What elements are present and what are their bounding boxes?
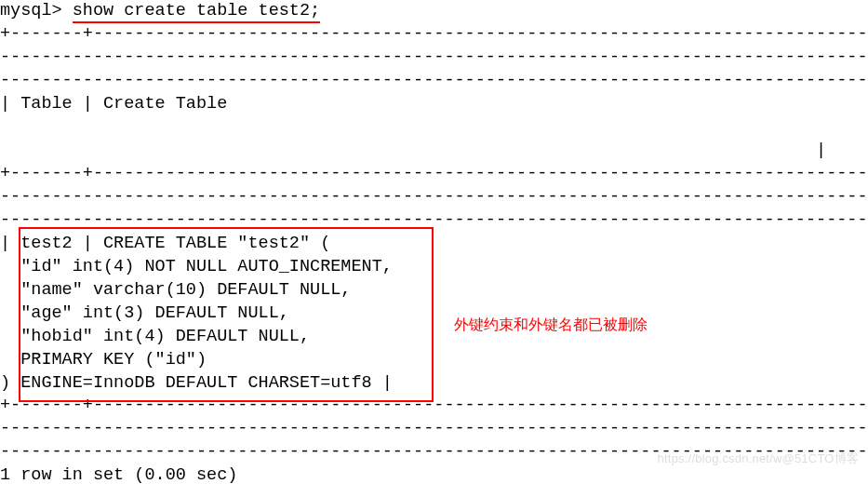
annotation-text: 外键约束和外键名都已被删除 <box>454 315 648 335</box>
create-table-line-7: ) ENGINE=InnoDB DEFAULT CHARSET=utf8 | <box>0 372 868 396</box>
mysql-prompt: mysql> <box>0 1 73 20</box>
separator-end-1: ----------------------------------------… <box>0 70 868 93</box>
separator-end-2: ----------------------------------------… <box>0 209 868 233</box>
prompt-line: mysql> show create table test2; <box>0 0 868 23</box>
separator-cont-3: ----------------------------------------… <box>0 418 868 441</box>
table-header: | Table | Create Table <box>0 93 868 116</box>
header-cursor: | <box>0 140 826 163</box>
create-table-line-5: "hobid" int(4) DEFAULT NULL, <box>0 326 868 349</box>
separator-top-3: +-------+-------------------------------… <box>0 395 868 418</box>
create-table-line-4: "age" int(3) DEFAULT NULL, <box>0 302 868 326</box>
separator-cont-2: ----------------------------------------… <box>0 186 868 209</box>
separator-top-2: +-------+-------------------------------… <box>0 163 868 186</box>
create-table-line-6: PRIMARY KEY ("id") <box>0 349 868 372</box>
create-table-line-2: "id" int(4) NOT NULL AUTO_INCREMENT, <box>0 256 868 279</box>
separator-top-1: +-------+-------------------------------… <box>0 23 868 47</box>
watermark: https://blog.csdn.net/w@51CTO博客 <box>658 450 859 467</box>
header-blank <box>0 116 868 140</box>
create-table-line-3: "name" varchar(10) DEFAULT NULL, <box>0 279 868 302</box>
separator-cont-1: ----------------------------------------… <box>0 47 868 70</box>
create-table-line-1: | test2 | CREATE TABLE "test2" ( <box>0 233 868 256</box>
result-footer: 1 row in set (0.00 sec) <box>0 464 868 484</box>
sql-command: show create table test2; <box>73 1 320 23</box>
